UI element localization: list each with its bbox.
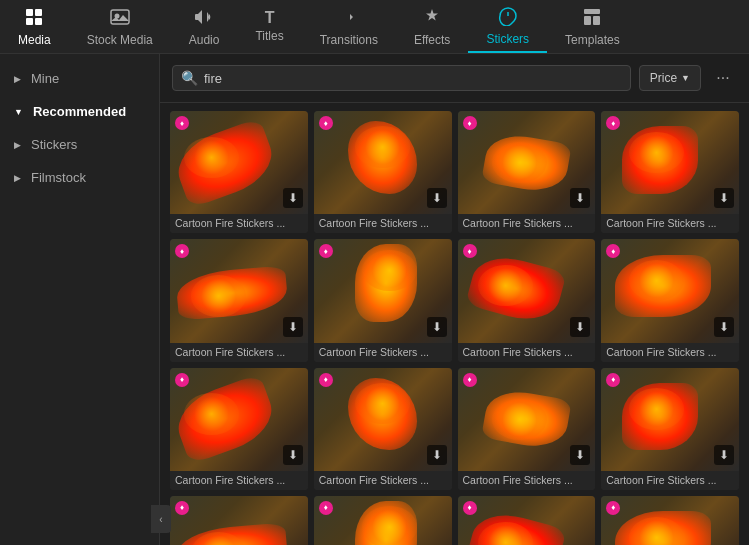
sticker-thumbnail: ⬇ bbox=[314, 111, 452, 214]
download-button[interactable]: ⬇ bbox=[427, 188, 447, 208]
download-button[interactable]: ⬇ bbox=[427, 317, 447, 337]
sticker-label: Cartoon Fire Stickers ... bbox=[170, 471, 308, 490]
premium-badge bbox=[463, 116, 477, 130]
premium-badge bbox=[319, 501, 333, 515]
premium-badge bbox=[463, 501, 477, 515]
sidebar-item-mine[interactable]: Mine bbox=[0, 62, 159, 95]
sticker-thumbnail: ⬇ bbox=[601, 239, 739, 342]
sidebar-stickers-label: Stickers bbox=[31, 137, 77, 152]
more-icon: ··· bbox=[716, 69, 729, 87]
premium-badge bbox=[606, 244, 620, 258]
price-chevron-icon: ▼ bbox=[681, 73, 690, 83]
nav-effects-label: Effects bbox=[414, 33, 450, 47]
stock-media-icon bbox=[110, 7, 130, 30]
download-button[interactable]: ⬇ bbox=[283, 188, 303, 208]
sticker-thumbnail: ⬇ bbox=[314, 239, 452, 342]
sidebar-collapse-button[interactable]: ‹ bbox=[151, 505, 171, 533]
svg-rect-0 bbox=[26, 9, 33, 16]
sidebar-item-stickers[interactable]: Stickers bbox=[0, 128, 159, 161]
price-filter-dropdown[interactable]: Price ▼ bbox=[639, 65, 701, 91]
sticker-item[interactable]: ⬇Cartoon Fire Stickers ... bbox=[601, 496, 739, 545]
search-input[interactable] bbox=[204, 71, 622, 86]
sticker-thumbnail: ⬇ bbox=[601, 111, 739, 214]
sticker-item[interactable]: ⬇Cartoon Fire Stickers ... bbox=[314, 496, 452, 545]
sticker-thumbnail: ⬇ bbox=[170, 239, 308, 342]
more-options-button[interactable]: ··· bbox=[709, 64, 737, 92]
svg-rect-7 bbox=[584, 16, 591, 25]
sticker-label: Cartoon Fire Stickers ... bbox=[170, 214, 308, 233]
sticker-item[interactable]: ⬇Cartoon Fire Stickers ... bbox=[314, 239, 452, 361]
sticker-thumbnail: ⬇ bbox=[314, 368, 452, 471]
sticker-item[interactable]: ⬇Cartoon Fire Stickers ... bbox=[170, 496, 308, 545]
sidebar-mine-label: Mine bbox=[31, 71, 59, 86]
nav-templates-label: Templates bbox=[565, 33, 620, 47]
top-navigation: Media Stock Media Audio T Titles Transit… bbox=[0, 0, 749, 54]
sticker-grid-area: ⬇Cartoon Fire Stickers ...⬇Cartoon Fire … bbox=[160, 103, 749, 545]
sticker-label: Cartoon Fire Stickers ... bbox=[458, 343, 596, 362]
premium-badge bbox=[175, 244, 189, 258]
sticker-label: Cartoon Fire Stickers ... bbox=[314, 214, 452, 233]
download-button[interactable]: ⬇ bbox=[283, 317, 303, 337]
svg-rect-4 bbox=[111, 10, 129, 24]
sticker-thumbnail: ⬇ bbox=[458, 239, 596, 342]
premium-badge bbox=[606, 116, 620, 130]
sticker-item[interactable]: ⬇Cartoon Fire Stickers ... bbox=[314, 368, 452, 490]
nav-titles[interactable]: T Titles bbox=[237, 0, 301, 53]
nav-media-label: Media bbox=[18, 33, 51, 47]
premium-badge bbox=[463, 373, 477, 387]
sticker-item[interactable]: ⬇Cartoon Fire Stickers ... bbox=[458, 239, 596, 361]
nav-transitions[interactable]: Transitions bbox=[302, 0, 396, 53]
nav-templates[interactable]: Templates bbox=[547, 0, 638, 53]
nav-effects[interactable]: Effects bbox=[396, 0, 468, 53]
premium-badge bbox=[319, 116, 333, 130]
sidebar-recommended-label: Recommended bbox=[33, 104, 126, 119]
nav-media[interactable]: Media bbox=[0, 0, 69, 53]
sticker-label: Cartoon Fire Stickers ... bbox=[458, 214, 596, 233]
premium-badge bbox=[319, 244, 333, 258]
download-button[interactable]: ⬇ bbox=[714, 317, 734, 337]
sticker-thumbnail: ⬇ bbox=[458, 368, 596, 471]
download-button[interactable]: ⬇ bbox=[714, 188, 734, 208]
sticker-thumbnail: ⬇ bbox=[458, 496, 596, 545]
download-button[interactable]: ⬇ bbox=[714, 445, 734, 465]
effects-icon bbox=[422, 7, 442, 30]
sticker-label: Cartoon Fire Stickers ... bbox=[170, 343, 308, 362]
nav-stock-media[interactable]: Stock Media bbox=[69, 0, 171, 53]
sticker-item[interactable]: ⬇Cartoon Fire Stickers ... bbox=[601, 368, 739, 490]
download-button[interactable]: ⬇ bbox=[283, 445, 303, 465]
sticker-item[interactable]: ⬇Cartoon Fire Stickers ... bbox=[601, 111, 739, 233]
sticker-item[interactable]: ⬇Cartoon Fire Stickers ... bbox=[458, 496, 596, 545]
download-button[interactable]: ⬇ bbox=[570, 188, 590, 208]
sticker-item[interactable]: ⬇Cartoon Fire Stickers ... bbox=[314, 111, 452, 233]
nav-transitions-label: Transitions bbox=[320, 33, 378, 47]
premium-badge bbox=[463, 244, 477, 258]
download-button[interactable]: ⬇ bbox=[427, 445, 447, 465]
sidebar-item-recommended[interactable]: Recommended bbox=[0, 95, 159, 128]
sticker-item[interactable]: ⬇Cartoon Fire Stickers ... bbox=[170, 239, 308, 361]
nav-audio[interactable]: Audio bbox=[171, 0, 238, 53]
download-button[interactable]: ⬇ bbox=[570, 317, 590, 337]
sidebar-item-filmstock[interactable]: Filmstock bbox=[0, 161, 159, 194]
sticker-label: Cartoon Fire Stickers ... bbox=[314, 343, 452, 362]
sticker-thumbnail: ⬇ bbox=[170, 496, 308, 545]
sidebar: Mine Recommended Stickers Filmstock ‹ bbox=[0, 54, 160, 545]
sticker-item[interactable]: ⬇Cartoon Fire Stickers ... bbox=[458, 111, 596, 233]
premium-badge bbox=[175, 501, 189, 515]
download-button[interactable]: ⬇ bbox=[570, 445, 590, 465]
media-icon bbox=[24, 7, 44, 30]
sticker-label: Cartoon Fire Stickers ... bbox=[601, 343, 739, 362]
sticker-thumbnail: ⬇ bbox=[601, 368, 739, 471]
premium-badge bbox=[319, 373, 333, 387]
sticker-item[interactable]: ⬇Cartoon Fire Stickers ... bbox=[601, 239, 739, 361]
sticker-item[interactable]: ⬇Cartoon Fire Stickers ... bbox=[458, 368, 596, 490]
sticker-item[interactable]: ⬇Cartoon Fire Stickers ... bbox=[170, 111, 308, 233]
sticker-item[interactable]: ⬇Cartoon Fire Stickers ... bbox=[170, 368, 308, 490]
sticker-thumbnail: ⬇ bbox=[601, 496, 739, 545]
nav-stickers[interactable]: Stickers bbox=[468, 0, 547, 53]
search-input-wrapper[interactable]: 🔍 bbox=[172, 65, 631, 91]
svg-rect-3 bbox=[35, 18, 42, 25]
premium-badge bbox=[175, 373, 189, 387]
nav-audio-label: Audio bbox=[189, 33, 220, 47]
sticker-label: Cartoon Fire Stickers ... bbox=[601, 471, 739, 490]
svg-rect-1 bbox=[35, 9, 42, 16]
